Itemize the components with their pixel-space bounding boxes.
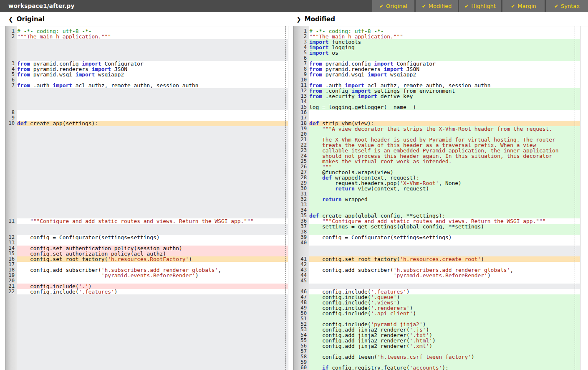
diff-gap-row xyxy=(17,186,288,191)
diff-gap-row xyxy=(17,56,288,61)
diff-gap-row xyxy=(309,246,580,251)
toggle-syntax-button[interactable]: ✔ Syntax xyxy=(546,0,588,12)
diff-gap-row xyxy=(17,300,288,305)
code-line xyxy=(17,77,288,83)
diff-gap-row xyxy=(17,322,288,327)
code-token: ) xyxy=(429,332,432,338)
margin-guide-line xyxy=(575,26,575,370)
keyword-token: from xyxy=(309,66,322,72)
code-token: ) xyxy=(406,289,410,294)
string-token: '.xml' xyxy=(410,343,429,349)
code-token: acl_authz, remote_authn, session_authn xyxy=(72,83,199,88)
diff-gap-row xyxy=(17,104,288,110)
code-line: config.include('pyramid_jinja2') xyxy=(309,322,580,327)
diff-gap-row xyxy=(17,349,288,354)
code-line: @functools.wraps(view) xyxy=(309,170,580,175)
line-number: 3 xyxy=(294,39,309,45)
original-code-content[interactable]: # -*- coding: utf-8 -*-"""The main h app… xyxy=(17,26,288,370)
code-token: log = logging.getLogger(__name__) xyxy=(309,104,416,110)
line-number xyxy=(6,294,17,300)
keyword-token: import xyxy=(374,61,394,66)
modified-pane-header: ❯ Modified xyxy=(296,12,335,26)
code-token: os xyxy=(329,50,338,56)
code-line: config.add_jinja2_renderer('.js') xyxy=(309,327,580,332)
code-token: settings_from_environment xyxy=(371,88,455,94)
line-number xyxy=(6,343,17,349)
code-token: , xyxy=(510,267,513,273)
string-token: makes the virtual root work as intended. xyxy=(322,159,452,164)
code-token: config.include( xyxy=(309,289,371,294)
line-number xyxy=(6,338,17,343)
diff-gap-row xyxy=(17,148,288,153)
code-line xyxy=(309,316,580,322)
code-token: config = Configurator(settings=settings) xyxy=(17,235,159,240)
original-line-number-gutter: 12345678910111213141516171819202122 xyxy=(5,26,17,370)
toggle-syntax-label: Syntax xyxy=(561,3,580,9)
toggle-highlight-button[interactable]: ✔ Highlight xyxy=(459,0,501,12)
code-line: from pyramid.config import Configurator xyxy=(17,61,288,66)
code-token: config.add_jinja2_renderer( xyxy=(309,343,410,349)
code-token xyxy=(309,164,322,170)
code-line: config.add_jinja2_renderer('.txt') xyxy=(309,332,580,338)
code-line: from .config import settings_from_enviro… xyxy=(309,88,580,94)
diff-gap-row xyxy=(17,316,288,322)
code-token: config.set_root_factory( xyxy=(17,256,108,262)
code-line xyxy=(309,115,580,121)
modified-code-content[interactable]: # -*- coding: utf-8 -*-"""The main h app… xyxy=(309,26,580,370)
code-line xyxy=(17,240,288,246)
code-token xyxy=(309,218,322,224)
code-token: create_app(global_config, **settings): xyxy=(319,213,445,218)
string-token: 'X-Vhm-Root' xyxy=(400,180,439,186)
diff-gap-row xyxy=(17,170,288,175)
line-number: 60 xyxy=(294,365,309,370)
code-line: from pyramid.renderers import JSON xyxy=(309,66,580,72)
code-line: The X-Vhm-Root header is used by Pyramid… xyxy=(309,137,580,142)
toggle-margin-button[interactable]: ✔ Margin xyxy=(502,0,545,12)
pane-header-row: ❮ Original ❯ Modified xyxy=(0,12,588,26)
keyword-token: return xyxy=(335,186,355,191)
string-token: 'h.subscribers.add_renderer_globals' xyxy=(394,267,510,273)
keyword-token: def xyxy=(322,175,332,180)
code-token xyxy=(309,142,322,148)
keyword-token: import xyxy=(345,83,364,88)
code-token: config.add_jinja2_renderer( xyxy=(309,332,410,338)
code-token: pyramid.renderers xyxy=(322,66,384,72)
line-number xyxy=(6,50,17,56)
code-token: config.include( xyxy=(309,322,371,327)
code-token: config.include( xyxy=(17,284,78,289)
keyword-token: return xyxy=(322,197,342,202)
keyword-token: def xyxy=(309,213,319,218)
code-token: ) xyxy=(426,327,429,332)
toggle-original-button[interactable]: ✔ Original xyxy=(372,0,414,12)
code-line: """The main h application.""" xyxy=(17,34,288,39)
line-number xyxy=(6,159,17,164)
code-line: 'pyramid.events.BeforeRender') xyxy=(309,273,580,278)
string-token: """ xyxy=(322,164,332,170)
code-line xyxy=(309,132,580,137)
string-token: """The main h application.""" xyxy=(17,34,111,39)
code-line xyxy=(309,278,580,284)
code-line xyxy=(309,229,580,235)
keyword-token: import xyxy=(368,72,387,77)
code-token: ) xyxy=(423,322,426,327)
string-token: '.queue' xyxy=(371,294,396,300)
line-number xyxy=(6,45,17,50)
code-token: wrapped(context, request): xyxy=(332,175,419,180)
line-number: 11 xyxy=(6,218,17,224)
line-number xyxy=(6,180,17,186)
line-number xyxy=(6,305,17,311)
code-line: 'pyramid.events.BeforeRender') xyxy=(17,273,288,278)
line-number xyxy=(6,142,17,148)
code-token xyxy=(17,218,30,224)
toggle-modified-button[interactable]: ✔ Modified xyxy=(416,0,458,12)
code-token: ): xyxy=(442,365,449,370)
line-number xyxy=(6,39,17,45)
code-line: config.add_subscriber('h.subscribers.add… xyxy=(309,267,580,273)
string-token: """A view decorator that strips the X-Vh… xyxy=(322,126,552,132)
keyword-token: from xyxy=(17,66,30,72)
diff-gap-row xyxy=(17,88,288,94)
code-token: config.set_authentication_policy(session… xyxy=(17,246,182,251)
diff-gap-row xyxy=(17,202,288,208)
code-line xyxy=(17,278,288,284)
diff-gap-row xyxy=(17,137,288,142)
